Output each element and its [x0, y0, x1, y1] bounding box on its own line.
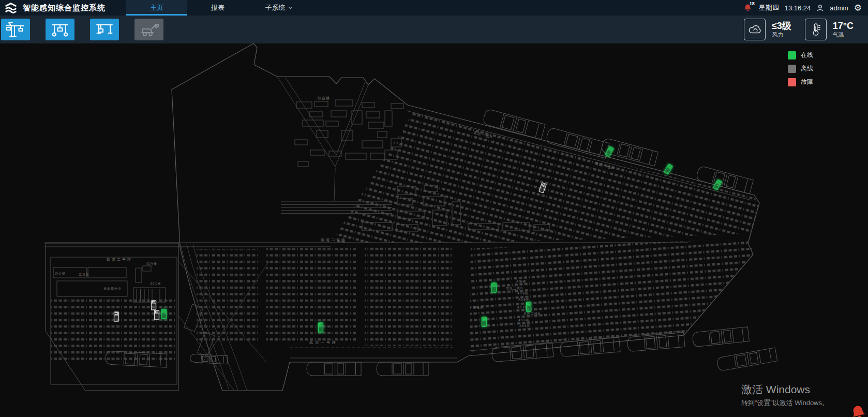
map-label: A59区: [517, 291, 529, 295]
app-logo-icon: [4, 1, 18, 14]
user-icon: [816, 4, 824, 12]
wind-icon: [744, 19, 766, 40]
truck-marker-online[interactable]: [319, 323, 323, 332]
map-label: 301座: [150, 281, 161, 285]
map-label: 拆装箱作业: [103, 287, 122, 290]
tab-subsystems[interactable]: 子系统: [248, 0, 309, 16]
corner-alert-bell-icon[interactable]: [850, 404, 866, 417]
map-label: A地磅: [516, 279, 526, 284]
notification-bell-icon[interactable]: 18: [744, 3, 753, 12]
main-tabs: 主页 报表 子系统: [126, 0, 309, 16]
map-label: 变电所: [473, 305, 484, 309]
fault-swatch: [788, 78, 796, 86]
map-label: 疏港二号路: [321, 238, 347, 242]
map-label: 疏港一号路: [309, 340, 338, 345]
map-label: 综合楼: [318, 96, 330, 100]
truck-marker-online[interactable]: [605, 146, 614, 157]
page-title: 智能感知综合监控系统: [23, 3, 106, 13]
legend-fault: 故障: [788, 78, 813, 86]
legend-online: 在线: [788, 51, 813, 59]
map-label: 疏港二号路: [107, 258, 132, 262]
ship: [190, 354, 228, 364]
container-truck-button: [134, 19, 163, 40]
wind-label: 风力: [772, 31, 791, 38]
map-label: A58区: [518, 297, 530, 301]
weather-widget: ≤3级 风力 17°C 气温: [744, 19, 868, 40]
quay-crane-button[interactable]: [1, 19, 30, 40]
truck-marker-online[interactable]: [527, 302, 531, 311]
map-label: 东区三线B: [506, 286, 523, 290]
wind-value: ≤3级: [772, 21, 791, 31]
temperature-value: 17°C: [833, 21, 854, 31]
truck-marker-offline[interactable]: [152, 301, 156, 310]
truck-marker-online[interactable]: [664, 164, 673, 174]
rtg-crane-button[interactable]: [46, 19, 74, 40]
ship: [307, 362, 361, 376]
tab-home[interactable]: 主页: [126, 0, 187, 16]
top-navbar: 智能感知综合监控系统 主页 报表 子系统 18 星期四 13:16:24 adm…: [0, 0, 868, 16]
map-container: 综合楼疏港二号路疏港二号路疏港一号路办公楼工具库拆装箱作业综合楼301座变电所A…: [0, 43, 868, 417]
rmg-crane-button[interactable]: [90, 19, 119, 40]
truck-marker-offline[interactable]: [114, 312, 119, 321]
truck-marker-online[interactable]: [162, 309, 167, 319]
equipment-toolbar: ≤3级 风力 17°C 气温: [0, 16, 868, 43]
map-label: 综合楼: [146, 262, 157, 266]
temperature-label: 气温: [833, 31, 854, 38]
legend-offline: 离线: [788, 64, 813, 73]
map-label: 东区二线B: [523, 311, 541, 315]
weekday-label: 星期四: [759, 3, 779, 12]
ship: [716, 348, 777, 371]
offline-swatch: [788, 65, 796, 73]
notification-count: 18: [750, 1, 755, 6]
status-legend: 在线 离线 故障: [788, 51, 813, 91]
settings-gear-icon[interactable]: ⚙: [854, 4, 862, 12]
truck-marker-online[interactable]: [492, 283, 497, 292]
online-swatch: [788, 51, 796, 59]
port-map[interactable]: 综合楼疏港二号路疏港二号路疏港一号路办公楼工具库拆装箱作业综合楼301座变电所A…: [0, 43, 868, 417]
map-label: A55区: [519, 324, 531, 327]
clock: 13:16:24: [785, 4, 811, 12]
tab-reports[interactable]: 报表: [187, 0, 248, 16]
temperature-icon: [805, 19, 827, 40]
ship: [377, 362, 428, 376]
truck-marker-online[interactable]: [482, 317, 487, 326]
map-label: 办公楼: [55, 271, 66, 275]
truck-marker-offline[interactable]: [155, 310, 159, 320]
username[interactable]: admin: [830, 4, 848, 12]
map-label: A56区: [518, 318, 530, 322]
map-label: 工具库: [79, 273, 89, 277]
chevron-down-icon: [288, 6, 293, 9]
ship: [692, 327, 749, 347]
